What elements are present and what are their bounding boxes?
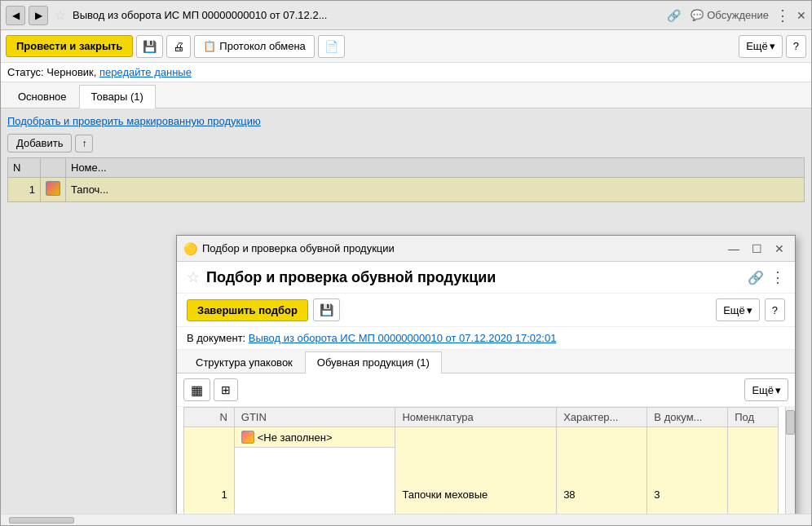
bottom-scrollbar-thumb[interactable] — [9, 517, 74, 524]
modal-cell-doc: 3 — [647, 427, 728, 515]
status-label: Статус: — [7, 66, 44, 78]
modal-col-n: N — [184, 408, 235, 427]
discuss-button[interactable]: 💬 Обсуждение — [691, 9, 769, 21]
window-title: Вывод из оборота ИС МП 00000000010 от 07… — [73, 9, 660, 21]
submit-close-button[interactable]: Провести и закрыть — [6, 35, 133, 57]
barcode-button[interactable]: ▦ — [183, 378, 210, 401]
nav-back-button[interactable]: ◀ — [6, 6, 25, 25]
status-bar: Статус: Черновик, передайте данные — [1, 63, 811, 82]
scrollbar-thumb[interactable] — [786, 410, 795, 435]
modal-cell-char: 38 — [557, 427, 647, 515]
modal-header-title: Подбор и проверка обувной продукции — [206, 269, 741, 286]
help-button[interactable]: ? — [786, 35, 806, 58]
modal-favorite-icon[interactable]: ☆ — [187, 268, 200, 286]
modal-table-area: N GTIN Номенклатура Характер... В докум.… — [177, 407, 785, 514]
discuss-icon: 💬 — [691, 9, 704, 21]
link-icon[interactable]: 🔗 — [667, 9, 681, 22]
modal-toolbar: Завершить подбор 💾 Ещё ▾ ? — [177, 294, 795, 327]
main-tabs: Основное Товары (1) — [1, 82, 811, 108]
modal-tabs: Структура упаковок Обувная продукция (1) — [177, 350, 795, 374]
barcode-icon: ▦ — [191, 382, 203, 398]
save-icon: 💾 — [143, 40, 157, 53]
modal-content: ▦ ⊞ Ещё ▾ — [177, 374, 795, 514]
title-bar: ◀ ▶ ☆ Вывод из оборота ИС МП 00000000010… — [1, 1, 811, 30]
more-icon[interactable]: ⋮ — [775, 7, 790, 24]
modal-table-more-button[interactable]: Ещё ▾ — [744, 378, 788, 401]
modal-col-gtin: GTIN — [234, 408, 395, 427]
modal-more-button[interactable]: Ещё ▾ — [716, 298, 760, 321]
dropdown-icon: ▾ — [770, 40, 775, 52]
modal-info-prefix: В документ: — [187, 332, 245, 344]
modal-titlebar: 🟡 Подбор и проверка обувной продукции — … — [177, 236, 795, 262]
main-window: ◀ ▶ ☆ Вывод из оборота ИС МП 00000000010… — [0, 0, 812, 526]
content-area: Подобрать и проверить маркированную прод… — [1, 108, 811, 514]
status-link[interactable]: передайте данные — [99, 66, 192, 78]
grid-icon: ⊞ — [221, 383, 231, 396]
modal-table-row[interactable]: 1 <Не заполнен> Тапочки меховые 38 3 — [184, 427, 779, 515]
modal-products-table: N GTIN Номенклатура Характер... В докум.… — [183, 407, 779, 514]
modal-header: ☆ Подбор и проверка обувной продукции 🔗 … — [177, 262, 795, 294]
close-icon[interactable]: ✕ — [797, 9, 806, 22]
modal-more-label: Ещё — [723, 304, 745, 316]
modal-col-char: Характер... — [557, 408, 647, 427]
extra-icon: 📄 — [324, 40, 338, 53]
modal-table-more-label: Ещё — [752, 384, 774, 396]
nav-forward-button[interactable]: ▶ — [29, 6, 48, 25]
more-button[interactable]: Ещё ▾ — [739, 35, 783, 58]
modal-cell-name: Тапочки меховые — [395, 427, 557, 515]
bottom-scrollbar[interactable] — [1, 514, 811, 525]
modal-dialog: 🟡 Подбор и проверка обувной продукции — … — [176, 235, 796, 514]
tab-goods[interactable]: Товары (1) — [79, 85, 156, 108]
modal-tab-structure[interactable]: Структура упаковок — [183, 351, 305, 373]
modal-col-pod: Под — [728, 408, 779, 427]
extra-icon-button[interactable]: 📄 — [318, 35, 345, 58]
gtin-product-icon — [241, 431, 254, 444]
modal-save-button[interactable]: 💾 — [313, 298, 340, 321]
favorite-star-icon[interactable]: ☆ — [55, 7, 66, 23]
grid-button[interactable]: ⊞ — [214, 378, 238, 401]
modal-dropdown-icon: ▾ — [747, 304, 752, 316]
modal-minimize-button[interactable]: — — [725, 240, 743, 258]
modal-info: В документ: Вывод из оборота ИС МП 00000… — [177, 327, 795, 350]
modal-save-icon: 💾 — [320, 303, 333, 316]
modal-col-doc: В докум... — [647, 408, 728, 427]
print-button[interactable]: 🖨 — [166, 35, 191, 58]
modal-table-toolbar: ▦ ⊞ Ещё ▾ — [177, 374, 795, 407]
finish-selection-button[interactable]: Завершить подбор — [187, 299, 308, 321]
modal-info-link[interactable]: Вывод из оборота ИС МП 00000000010 от 07… — [249, 332, 557, 344]
modal-maximize-button[interactable]: ☐ — [748, 240, 766, 258]
modal-more-icon[interactable]: ⋮ — [770, 268, 785, 286]
modal-scrollbar[interactable] — [785, 407, 795, 514]
modal-col-name: Номенклатура — [395, 408, 557, 427]
modal-tab-products[interactable]: Обувная продукция (1) — [305, 351, 442, 374]
exchange-protocol-button[interactable]: 📋 Протокол обмена — [194, 35, 315, 58]
discuss-label: Обсуждение — [707, 9, 769, 21]
main-toolbar: Провести и закрыть 💾 🖨 📋 Протокол обмена… — [1, 30, 811, 63]
save-button[interactable]: 💾 — [136, 35, 163, 58]
modal-title-icon: 🟡 — [183, 242, 197, 255]
more-label: Ещё — [746, 40, 768, 52]
modal-link-icon[interactable]: 🔗 — [748, 270, 764, 285]
status-value: Черновик, — [46, 66, 96, 78]
print-icon: 🖨 — [173, 40, 184, 53]
modal-cell-pod — [728, 427, 779, 515]
gtin-value: <Не заполнен> — [258, 431, 333, 444]
modal-cell-gtin: <Не заполнен> — [235, 427, 395, 448]
modal-close-button[interactable]: ✕ — [770, 240, 788, 258]
modal-cell-n: 1 — [184, 427, 235, 515]
modal-table-dropdown-icon: ▾ — [775, 384, 781, 396]
modal-help-button[interactable]: ? — [765, 298, 785, 321]
modal-title-label: Подбор и проверка обувной продукции — [202, 242, 720, 254]
exchange-label: Протокол обмена — [219, 40, 306, 52]
tab-main[interactable]: Основное — [6, 85, 79, 108]
exchange-icon: 📋 — [203, 40, 216, 52]
